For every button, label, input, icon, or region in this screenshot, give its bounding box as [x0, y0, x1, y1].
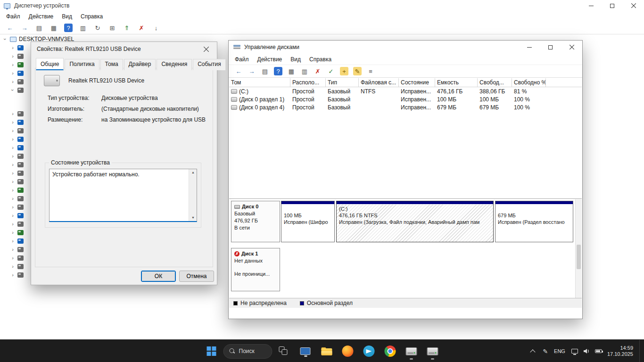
language-indicator[interactable]: ENG [553, 348, 566, 354]
column-header[interactable]: Емкость [435, 78, 478, 87]
clock[interactable]: 14:59 17.10.2025 [607, 345, 633, 357]
chevron-right-icon[interactable]: › [10, 111, 15, 116]
update-driver-icon[interactable]: ⇑ [123, 24, 131, 32]
volume-icon[interactable] [583, 348, 590, 354]
scrollbar-thumb[interactable] [577, 245, 581, 269]
tray-overflow-chevron-icon[interactable] [530, 349, 536, 354]
mark-partition-active-icon[interactable]: ✓ [327, 67, 335, 75]
maximize-button[interactable] [540, 41, 561, 54]
chevron-right-icon[interactable]: › [10, 62, 15, 67]
chevron-right-icon[interactable]: › [10, 162, 15, 167]
chevron-right-icon[interactable]: › [10, 70, 15, 76]
task-view-icon[interactable] [275, 342, 294, 361]
properties-icon[interactable]: ▦ [50, 24, 58, 32]
chevron-right-icon[interactable]: › [10, 187, 15, 193]
disk-tool-2-icon[interactable] [423, 342, 442, 361]
chevron-right-icon[interactable]: › [10, 119, 15, 125]
chevron-right-icon[interactable]: › [10, 204, 15, 210]
menu-item[interactable]: Действие [25, 12, 58, 21]
partition-2[interactable]: (C:)476,16 ГБ NTFSИсправен (Загрузка, Фа… [336, 201, 494, 242]
column-header[interactable]: Тип [326, 78, 359, 87]
chevron-right-icon[interactable]: › [10, 136, 15, 142]
chevron-right-icon[interactable]: › [10, 272, 15, 278]
disk1-header[interactable]: ✗ Диск 1 Нет данных Не проиници... [231, 248, 280, 291]
forward-icon[interactable]: → [248, 67, 256, 75]
chevron-right-icon[interactable]: › [10, 213, 15, 218]
tab-5[interactable]: Сведения [157, 59, 192, 70]
forward-icon[interactable]: → [20, 24, 29, 32]
chevron-right-icon[interactable]: › [10, 128, 15, 133]
chevron-right-icon[interactable]: › [10, 196, 15, 201]
battery-icon[interactable] [595, 349, 602, 353]
chevron-down-icon[interactable]: › [2, 37, 8, 41]
properties-icon[interactable]: ▦ [287, 67, 296, 75]
maximize-button[interactable] [602, 0, 623, 11]
column-header[interactable]: Свободно % [512, 78, 546, 87]
help-icon[interactable]: ? [64, 24, 73, 32]
menu-item[interactable]: Справка [76, 12, 107, 21]
column-header[interactable]: Располо... [290, 78, 326, 87]
column-header[interactable]: Том [229, 78, 290, 87]
column-header[interactable]: Состояние [399, 78, 435, 87]
disable-device-icon[interactable]: ↓ [152, 24, 160, 32]
network-icon[interactable] [571, 349, 578, 354]
chevron-right-icon[interactable]: › [10, 247, 15, 252]
chevron-right-icon[interactable]: › [10, 170, 15, 176]
column-header[interactable]: Файловая с... [359, 78, 399, 87]
chevron-right-icon[interactable]: › [10, 221, 15, 227]
telegram-icon[interactable] [360, 342, 379, 361]
minimize-button[interactable] [519, 41, 540, 54]
tab-6[interactable]: События [193, 59, 226, 70]
ok-button[interactable]: ОК [141, 271, 176, 282]
pen-tray-icon[interactable]: ✎ [543, 348, 548, 355]
menu-item[interactable]: Вид [286, 55, 305, 64]
close-button[interactable] [623, 0, 644, 11]
close-button[interactable] [196, 42, 217, 56]
tab-4[interactable]: Драйвер [124, 59, 156, 70]
new-volume-icon[interactable]: + [340, 67, 348, 75]
chevron-right-icon[interactable]: › [10, 230, 15, 235]
column-header[interactable]: Свобод... [478, 78, 512, 87]
chrome-icon[interactable] [381, 342, 400, 361]
chevron-right-icon[interactable]: › [10, 53, 15, 59]
volume-row[interactable]: (C:)ПростойБазовыйNTFSИсправен...476,16 … [229, 87, 582, 95]
search-box[interactable]: Поиск [223, 344, 272, 359]
disk-tool-1-icon[interactable] [402, 342, 421, 361]
menu-item[interactable]: Файл [231, 55, 253, 64]
volume-row[interactable]: (Диск 0 раздел 1)ПростойБазовыйИсправен.… [229, 95, 582, 103]
menu-item[interactable]: Действие [253, 55, 287, 64]
chevron-down-icon[interactable]: › [10, 88, 16, 92]
chevron-right-icon[interactable]: › [10, 179, 15, 184]
tab-1[interactable]: Общие [36, 58, 64, 70]
chevron-right-icon[interactable]: › [10, 255, 15, 261]
help-icon[interactable]: ? [274, 67, 282, 75]
minimize-button[interactable] [580, 0, 602, 11]
textarea-scrollbar[interactable]: ▲ ▼ [189, 169, 197, 221]
partition-1[interactable]: 100 МБИсправен (Шифро [281, 201, 335, 242]
disk1-unallocated-area[interactable] [281, 248, 573, 291]
pinned-app-icon[interactable] [296, 342, 315, 361]
menu-item[interactable]: Вид [58, 12, 76, 21]
uninstall-device-icon[interactable]: ✗ [137, 24, 146, 32]
chevron-right-icon[interactable]: › [10, 263, 15, 269]
firefox-icon[interactable] [339, 342, 357, 361]
back-icon[interactable]: ← [6, 24, 14, 32]
chevron-right-icon[interactable]: › [10, 45, 15, 50]
close-button[interactable] [561, 41, 582, 54]
delete-volume-icon[interactable]: ✗ [314, 67, 322, 75]
disk0-header[interactable]: Диск 0 Базовый 476,92 ГБ В сети [231, 201, 280, 242]
devices-icon[interactable]: ⊞ [108, 24, 116, 32]
start-button[interactable] [202, 342, 221, 361]
scan-hardware-icon[interactable]: ↻ [93, 24, 102, 32]
tab-3[interactable]: Тома [100, 59, 123, 70]
chevron-right-icon[interactable]: › [10, 238, 15, 244]
menu-item[interactable]: Справка [305, 55, 336, 64]
cancel-button[interactable]: Отмена [179, 271, 214, 282]
device-status-textarea[interactable]: Устройство работает нормально. ▲ ▼ [49, 169, 197, 222]
graph-scrollbar[interactable] [575, 199, 582, 298]
console-window-icon[interactable]: ▤ [35, 24, 43, 32]
view-options-icon[interactable]: ▥ [300, 67, 309, 75]
chevron-right-icon[interactable]: › [10, 145, 15, 150]
console-window-icon[interactable]: ▤ [261, 67, 269, 75]
tab-2[interactable]: Политика [65, 59, 99, 70]
